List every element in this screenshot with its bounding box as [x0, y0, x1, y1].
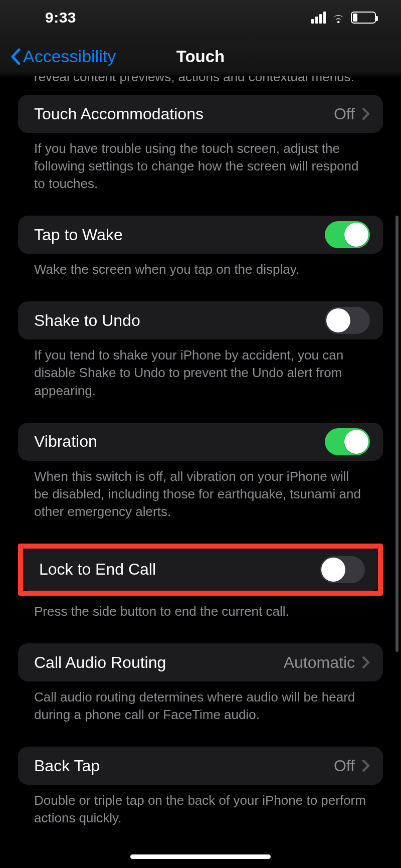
battery-icon [351, 12, 376, 24]
status-bar: 9:33 [0, 0, 401, 35]
row-label: Vibration [34, 432, 97, 451]
row-tap-to-wake[interactable]: Tap to Wake [18, 216, 383, 254]
chevron-right-icon [362, 655, 370, 669]
group-tap-to-wake: Tap to Wake Wake the screen when you tap… [18, 216, 383, 278]
group-footer: Double or triple tap on the back of your… [18, 785, 383, 827]
row-label: Lock to End Call [39, 560, 156, 579]
row-value: Automatic [284, 653, 355, 672]
group-vibration: Vibration When this switch is off, all v… [18, 423, 383, 520]
row-label: Touch Accommodations [34, 105, 204, 123]
content: reveal content previews, actions and con… [0, 76, 401, 847]
toggle-tap-to-wake[interactable] [325, 221, 370, 248]
scroll-indicator[interactable] [395, 216, 398, 652]
row-value: Off [334, 757, 355, 775]
group-back-tap: Back Tap Off Double or triple tap on the… [18, 747, 383, 827]
row-value: Off [334, 105, 355, 123]
highlight-lock-to-end-call: Lock to End Call [18, 544, 383, 596]
group-footer: Call audio routing determines where audi… [18, 681, 383, 724]
row-label: Shake to Undo [34, 311, 140, 330]
row-lock-to-end-call[interactable]: Lock to End Call [23, 549, 378, 591]
chevron-right-icon [362, 759, 370, 773]
row-touch-accommodations[interactable]: Touch Accommodations Off [18, 95, 383, 133]
row-call-audio-routing[interactable]: Call Audio Routing Automatic [18, 643, 383, 681]
status-icons [311, 12, 376, 24]
group-shake-to-undo: Shake to Undo If you tend to shake your … [18, 301, 383, 399]
back-button[interactable]: Accessibility [10, 47, 116, 66]
row-label: Call Audio Routing [34, 653, 166, 672]
group-call-audio-routing: Call Audio Routing Automatic Call audio … [18, 643, 383, 724]
status-time: 9:33 [45, 9, 76, 26]
row-label: Back Tap [34, 757, 100, 775]
row-back-tap[interactable]: Back Tap Off [18, 747, 383, 785]
group-footer: Wake the screen when you tap on the disp… [18, 254, 383, 278]
group-footer: When this switch is off, all vibration o… [18, 461, 383, 520]
nav-bar: Accessibility Touch [0, 35, 401, 78]
group-footer: If you have trouble using the touch scre… [18, 133, 383, 193]
chevron-left-icon [10, 48, 21, 66]
row-vibration[interactable]: Vibration [18, 423, 383, 461]
group-footer: Press the side button to end the current… [18, 596, 383, 620]
row-shake-to-undo[interactable]: Shake to Undo [18, 301, 383, 339]
toggle-lock-to-end-call[interactable] [320, 556, 365, 583]
cellular-icon [311, 12, 326, 24]
toggle-vibration[interactable] [325, 428, 370, 455]
back-label: Accessibility [23, 47, 116, 66]
prev-group-footer: reveal content previews, actions and con… [18, 76, 383, 89]
group-touch-accommodations: Touch Accommodations Off If you have tro… [18, 95, 383, 193]
group-footer: If you tend to shake your iPhone by acci… [18, 339, 383, 399]
home-indicator[interactable] [130, 854, 271, 859]
toggle-shake-to-undo[interactable] [325, 307, 370, 334]
wifi-icon [331, 12, 346, 23]
chevron-right-icon [362, 107, 370, 121]
row-label: Tap to Wake [34, 226, 123, 244]
